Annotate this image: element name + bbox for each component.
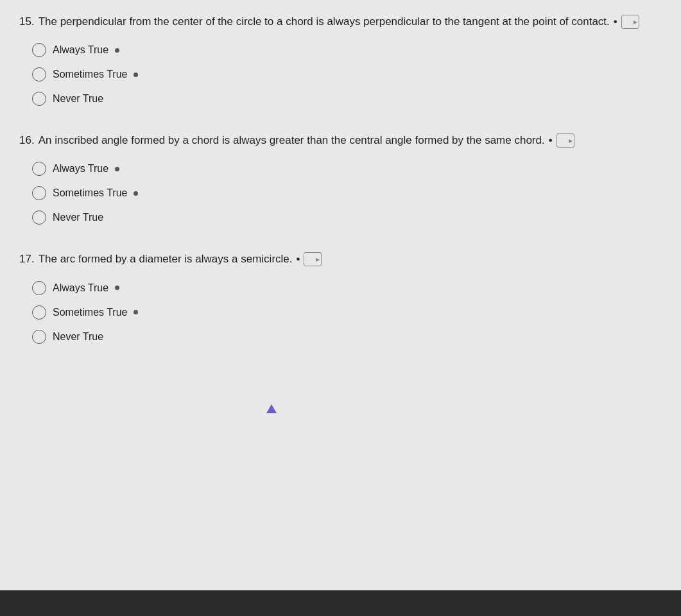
media-icon-15[interactable]: [621, 15, 639, 29]
dot-indicator-15-0: [115, 48, 119, 53]
dot-indicator-15-1: [134, 73, 138, 77]
question-number-15: 15.: [19, 13, 35, 30]
radio-circle-15-1[interactable]: [32, 67, 46, 81]
option-label-16-1: Sometimes True: [53, 187, 127, 199]
option-item-17-0[interactable]: Always True: [32, 281, 662, 295]
question-bullet-16: •: [549, 132, 553, 149]
option-item-15-2[interactable]: Never True: [32, 92, 662, 106]
option-item-15-1[interactable]: Sometimes True: [32, 67, 662, 81]
media-icon-16[interactable]: [556, 133, 574, 148]
question-content-16: An inscribed angle formed by a chord is …: [39, 132, 574, 149]
cursor: [266, 404, 277, 413]
question-body-17: The arc formed by a diameter is always a…: [39, 250, 322, 268]
option-item-16-0[interactable]: Always True: [32, 162, 662, 176]
option-label-15-1: Sometimes True: [53, 69, 127, 80]
radio-circle-16-0[interactable]: [32, 162, 46, 176]
dot-indicator-17-1: [134, 310, 138, 314]
dot-indicator-16-0: [115, 167, 119, 171]
question-sentence-16: An inscribed angle formed by a chord is …: [39, 132, 545, 149]
radio-circle-16-2[interactable]: [32, 210, 46, 225]
options-list-15: Always TrueSometimes TrueNever True: [32, 43, 662, 106]
question-bullet-15: •: [614, 13, 617, 30]
option-item-15-0[interactable]: Always True: [32, 43, 662, 57]
question-bullet-17: •: [297, 250, 300, 268]
radio-circle-15-2[interactable]: [32, 92, 46, 106]
question-block-16: 16.An inscribed angle formed by a chord …: [19, 132, 662, 225]
question-number-16: 16.: [19, 132, 35, 149]
question-sentence-15: The perpendicular from the center of the…: [39, 13, 610, 30]
bottom-bar: [0, 590, 681, 616]
question-text-15: 15.The perpendicular from the center of …: [19, 13, 662, 30]
media-icon-17[interactable]: [304, 252, 322, 266]
option-label-17-1: Sometimes True: [53, 307, 127, 318]
question-content-15: The perpendicular from the center of the…: [39, 13, 639, 30]
radio-circle-15-0[interactable]: [32, 43, 46, 57]
option-item-16-1[interactable]: Sometimes True: [32, 186, 662, 200]
option-label-16-2: Never True: [53, 212, 103, 223]
question-text-16: 16.An inscribed angle formed by a chord …: [19, 132, 662, 149]
option-item-17-1[interactable]: Sometimes True: [32, 305, 662, 320]
radio-circle-17-0[interactable]: [32, 281, 46, 295]
option-label-17-0: Always True: [53, 282, 108, 294]
option-label-15-2: Never True: [53, 93, 103, 105]
dot-indicator-17-0: [115, 286, 119, 290]
radio-circle-16-1[interactable]: [32, 186, 46, 200]
options-list-16: Always TrueSometimes TrueNever True: [32, 162, 662, 225]
option-label-17-2: Never True: [53, 331, 103, 343]
option-label-16-0: Always True: [53, 163, 108, 175]
option-item-17-2[interactable]: Never True: [32, 330, 662, 344]
options-list-17: Always TrueSometimes TrueNever True: [32, 281, 662, 344]
option-label-15-0: Always True: [53, 44, 108, 56]
question-body-16: An inscribed angle formed by a chord is …: [39, 132, 574, 149]
option-item-16-2[interactable]: Never True: [32, 210, 662, 225]
question-block-17: 17.The arc formed by a diameter is alway…: [19, 250, 662, 343]
question-content-17: The arc formed by a diameter is always a…: [39, 250, 322, 268]
question-block-15: 15.The perpendicular from the center of …: [19, 13, 662, 106]
question-sentence-17: The arc formed by a diameter is always a…: [39, 250, 293, 268]
question-number-17: 17.: [19, 250, 35, 268]
question-body-15: The perpendicular from the center of the…: [39, 13, 639, 30]
dot-indicator-16-1: [134, 191, 138, 196]
radio-circle-17-2[interactable]: [32, 330, 46, 344]
radio-circle-17-1[interactable]: [32, 305, 46, 320]
question-text-17: 17.The arc formed by a diameter is alway…: [19, 250, 662, 268]
